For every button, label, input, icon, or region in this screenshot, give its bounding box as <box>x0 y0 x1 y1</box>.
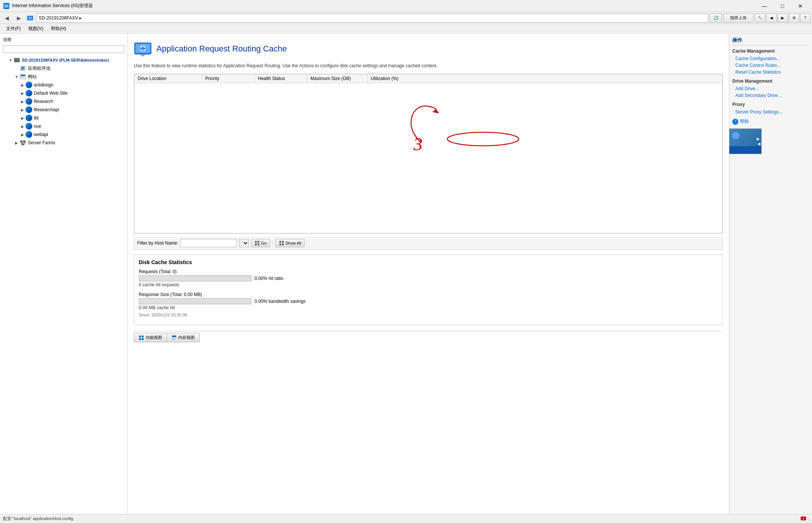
content-view-tab[interactable]: 内容视图 <box>167 333 200 342</box>
upload-button[interactable]: 指挥上传 <box>723 14 753 23</box>
cache-table: Drive Location Priority Health Status Ma… <box>134 74 723 233</box>
sites-icon <box>20 73 26 80</box>
feature-view-label: 功能视图 <box>145 335 162 340</box>
svg-rect-35 <box>282 241 284 243</box>
help-icon: ? <box>732 119 738 125</box>
toggle-sites[interactable]: ▼ <box>14 74 20 80</box>
toggle-server[interactable]: ▼ <box>8 57 14 63</box>
maximize-button[interactable]: □ <box>774 0 791 12</box>
svg-rect-37 <box>282 243 284 245</box>
cache-configuration-link[interactable]: Cache Configuration... <box>732 55 809 62</box>
tree-item-sites[interactable]: ▼ 网站 <box>0 73 127 81</box>
page-title: Application Request Routing Cache <box>156 44 287 54</box>
svg-rect-13 <box>21 75 25 76</box>
filesearch-label: filesearch <box>34 99 53 104</box>
toolbar-btn-1[interactable]: 🔧 <box>755 14 765 23</box>
thumbnail-area: ▶ ◀ <box>729 128 762 154</box>
col-max-size[interactable]: Maximum Size (GB) <box>308 74 368 83</box>
response-label: Response Size (Total: 0.00 MB) <box>139 292 718 297</box>
tree-item-webapi[interactable]: ▶ webapi <box>0 130 127 139</box>
status-icon: S <box>800 516 806 521</box>
address-input[interactable] <box>36 14 708 23</box>
add-secondary-drive-link[interactable]: Add Secondary Drive... <box>732 92 809 99</box>
toolbar-btn-2[interactable]: ◀ <box>766 14 777 23</box>
svg-rect-17 <box>23 141 26 143</box>
col-utilization[interactable]: Utilization (%) <box>368 74 723 83</box>
tree-item-serverfarms[interactable]: ▶ Server Farms <box>0 139 127 147</box>
feature-view-tab[interactable]: 功能视图 <box>134 333 167 342</box>
svg-rect-28 <box>139 54 147 55</box>
thumbnail-arrows: ▶ ◀ <box>757 137 760 146</box>
toggle-webapi[interactable]: ▶ <box>20 132 26 138</box>
col-drive-location[interactable]: Drive Location <box>135 74 202 83</box>
toggle-defaultweb[interactable]: ▶ <box>20 90 26 96</box>
globe-icon-lbt <box>26 115 32 121</box>
close-button[interactable]: ✕ <box>792 0 809 12</box>
filesearchapi-label: filesearchapi <box>34 107 59 112</box>
status-bar: 配置:"localhost" applicationHost.config S … <box>0 514 812 523</box>
page-description: Use this feature to view runtime statist… <box>134 62 723 69</box>
add-drive-link[interactable]: Add Drive... <box>732 85 809 92</box>
back-button[interactable]: ◀ <box>2 13 12 23</box>
globe-icon-antdesign <box>26 82 32 88</box>
stats-section: Disk Cache Statistics Requests (Total: 0… <box>134 254 723 325</box>
separator: | <box>272 240 273 246</box>
toggle-serverfarms[interactable]: ▶ <box>14 140 20 146</box>
toolbar-btn-5[interactable]: ? <box>800 14 810 23</box>
globe-icon-filesearch <box>26 98 32 105</box>
svg-rect-38 <box>139 336 141 337</box>
help-item: ? 帮助 <box>732 118 809 125</box>
drive-management-header: Drive Management <box>732 79 809 84</box>
sidebar-search-input[interactable] <box>3 45 124 53</box>
filter-select[interactable] <box>239 239 249 247</box>
show-all-button[interactable]: Show All <box>276 239 304 247</box>
content-view-icon <box>171 335 177 340</box>
toggle-vue[interactable]: ▶ <box>20 123 26 129</box>
tree-item-filesearchapi[interactable]: ▶ filesearchapi <box>0 106 127 114</box>
tree-item-antdesign[interactable]: ▶ antdesign <box>0 81 127 89</box>
actions-panel: 操作 Cache Management Cache Configuration.… <box>729 34 812 514</box>
col-health-status[interactable]: Health Status <box>255 74 308 83</box>
go-button[interactable]: Go <box>251 239 270 247</box>
forward-button[interactable]: ▶ <box>14 13 24 23</box>
stats-since: Since: 2020/12/2 15:35:39 <box>139 313 718 317</box>
tree-item-filesearch[interactable]: ▶ filesearch <box>0 97 127 106</box>
toggle-filesearch[interactable]: ▶ <box>20 98 26 104</box>
toggle-antdesign[interactable]: ▶ <box>20 82 26 88</box>
tree-item-lbt[interactable]: ▶ lbt <box>0 114 127 122</box>
toolbar-btn-4[interactable]: ⚙ <box>789 14 799 23</box>
toggle-filesearchapi[interactable]: ▶ <box>20 107 26 113</box>
antdesign-label: antdesign <box>34 82 53 88</box>
svg-text:S: S <box>803 517 804 520</box>
toggle-apppool[interactable] <box>14 65 20 71</box>
server-proxy-link[interactable]: Server Proxy Settings... <box>732 109 809 115</box>
tree-item-apppool[interactable]: 应用程序池 <box>0 64 127 73</box>
response-bandwidth: 0.00% bandwidth savings <box>255 299 306 304</box>
toggle-lbt[interactable]: ▶ <box>20 115 26 121</box>
page-header: Application Request Routing Cache <box>134 40 723 58</box>
minimize-button[interactable]: — <box>756 0 773 12</box>
menu-file[interactable]: 文件(F) <box>3 25 24 33</box>
svg-rect-5 <box>15 59 17 59</box>
tree-item-server[interactable]: ▼ SD-20191208FAXV (PLM-SER\Administrator… <box>0 56 127 64</box>
thumbnail-bar <box>729 146 761 154</box>
toolbar-buttons: 🔧 ◀ ▶ ⚙ ? <box>755 14 810 23</box>
thumbnail-circle <box>732 132 739 139</box>
filter-input[interactable] <box>180 239 237 247</box>
server-icon <box>14 57 20 63</box>
tree-item-defaultweb[interactable]: ▶ Default Web Site <box>0 89 127 97</box>
toolbar-btn-3[interactable]: ▶ <box>777 14 788 23</box>
cache-control-rules-link[interactable]: Cache Control Rules... <box>732 62 809 69</box>
refresh-button[interactable]: 🔄 <box>710 14 722 23</box>
menu-view[interactable]: 视图(V) <box>25 25 46 33</box>
title-bar-text: Internet Information Services (IIS)管理器 <box>12 3 756 9</box>
requests-bar <box>139 275 251 281</box>
svg-rect-10 <box>21 68 24 69</box>
tree-item-vue[interactable]: ▶ vue <box>0 122 127 130</box>
col-priority[interactable]: Priority <box>202 74 255 83</box>
sidebar-label: 连接 <box>0 35 127 44</box>
filter-label: Filter by Host Name: <box>137 240 178 246</box>
help-link[interactable]: 帮助 <box>740 118 749 125</box>
reset-cache-stats-link[interactable]: Reset Cache Statistics <box>732 69 809 76</box>
menu-help[interactable]: 帮助(H) <box>48 25 69 33</box>
